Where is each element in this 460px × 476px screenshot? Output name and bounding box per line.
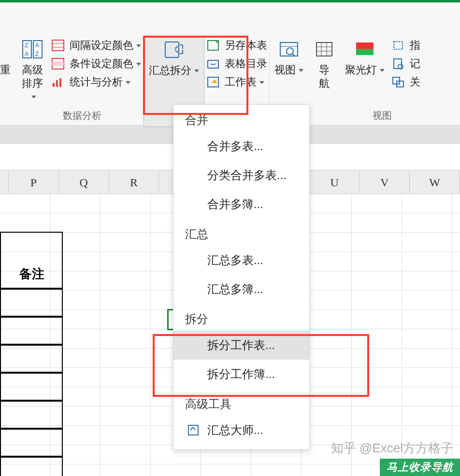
table-row [0,429,63,457]
svg-text:Z: Z [25,42,28,49]
worksheet-label: 工作表 [225,75,264,89]
sort-icon: Z A A Z [21,38,43,60]
svg-rect-12 [56,80,58,87]
view-label: 视图 [274,63,303,77]
svg-point-21 [287,48,293,55]
column-header[interactable] [0,170,9,194]
summary-split-icon [163,39,185,61]
menu-merge-tables[interactable]: 合并多表... [173,132,309,161]
view-icon [278,38,300,60]
table-directory-label: 表格目录 [225,56,267,71]
menu-merge-workbooks[interactable]: 合并多簿... [173,190,309,219]
stats-analysis-label: 统计与分析 [70,75,130,89]
table-header-cell: 备注 [19,266,44,282]
stats-analysis-button[interactable]: 统计与分析 [51,75,141,89]
watermark-text: 知乎 @Excel方方格子 [331,440,453,457]
navigate-label: 导航 [318,63,331,90]
worksheet-icon [206,75,220,89]
summary-master-icon [187,424,200,436]
svg-marker-18 [212,79,217,83]
svg-rect-14 [165,42,179,57]
table-row [0,401,63,429]
column-header-V[interactable]: V [359,170,410,194]
record-button[interactable]: 记 [391,56,420,71]
record-icon [391,57,405,70]
table-row [0,317,63,345]
related-label: 关 [410,75,420,89]
advanced-sort-label: 高级排序 [20,63,44,103]
svg-rect-13 [59,78,61,87]
navigate-icon [313,38,335,60]
column-header-W[interactable]: W [410,170,460,194]
menu-section-summary: 汇总 [173,219,309,246]
related-button[interactable]: 关 [391,75,420,89]
interval-color-button[interactable]: 间隔设定颜色 [51,38,141,53]
column-header-U[interactable]: U [310,170,360,194]
condition-color-icon [51,57,65,70]
svg-rect-10 [52,62,64,66]
spotlight-icon [354,38,376,60]
spotlight-label: 聚光灯 [345,63,385,77]
column-header-R[interactable]: R [109,170,159,194]
related-icon [391,75,405,89]
group-label-view: 视图 [304,109,460,125]
finger-icon [391,39,405,52]
menu-section-advanced: 高级工具 [173,389,309,416]
interval-color-label: 间隔设定颜色 [70,38,141,53]
table-directory-button[interactable]: 表格目录 [206,56,267,71]
directory-icon [206,57,220,70]
finger-label: 指 [410,38,420,53]
finger-button[interactable]: 指 [391,38,420,53]
svg-rect-31 [394,59,402,69]
rearrange-icon [0,38,10,60]
table-row [0,289,63,317]
record-label: 记 [410,56,420,71]
svg-rect-11 [53,83,55,87]
menu-merge-by-category[interactable]: 分类合并多表... [173,161,309,190]
menu-section-merge: 合并 [173,105,309,132]
table-row [0,373,63,401]
column-header-P[interactable]: P [9,170,59,194]
svg-rect-35 [188,425,198,435]
menu-summary-workbooks[interactable]: 汇总多簿... [173,275,309,304]
menu-summary-master-label: 汇总大师... [207,423,263,436]
menu-summary-master[interactable]: 汇总大师... [173,416,309,445]
stats-icon [51,75,65,89]
svg-rect-28 [356,42,374,49]
svg-rect-30 [394,42,402,49]
svg-text:A: A [25,51,29,57]
svg-rect-29 [356,49,374,55]
table-row [0,457,63,476]
worksheet-button[interactable]: 工作表 [206,75,267,89]
menu-split-workbook[interactable]: 拆分工作簿... [173,360,309,389]
summary-split-label: 汇总拆分 [149,64,199,77]
rearrange-label: 重 [0,63,11,77]
save-as-icon [206,39,220,52]
svg-rect-23 [316,42,332,56]
interval-color-icon [51,39,65,52]
svg-text:Z: Z [35,51,39,57]
corner-badge: 马上收录导航 [380,459,460,476]
svg-text:A: A [35,42,39,49]
column-header-Q[interactable]: Q [59,170,109,194]
condition-color-label: 条件设定颜色 [70,56,141,71]
condition-color-button[interactable]: 条件设定颜色 [51,56,141,71]
svg-rect-6 [52,40,64,51]
menu-section-split: 拆分 [173,304,309,331]
summary-split-menu: 合并 合并多表... 分类合并多表... 合并多簿... 汇总 汇总多表... … [173,104,310,450]
save-as-table-label: 另存本表 [225,38,267,53]
group-label-data-analysis: 数据分析 [0,109,164,125]
menu-summary-tables[interactable]: 汇总多表... [173,246,309,275]
save-as-table-button[interactable]: 另存本表 [206,38,267,53]
menu-split-worksheet[interactable]: 拆分工作表... [173,331,309,360]
table-row [0,345,63,373]
